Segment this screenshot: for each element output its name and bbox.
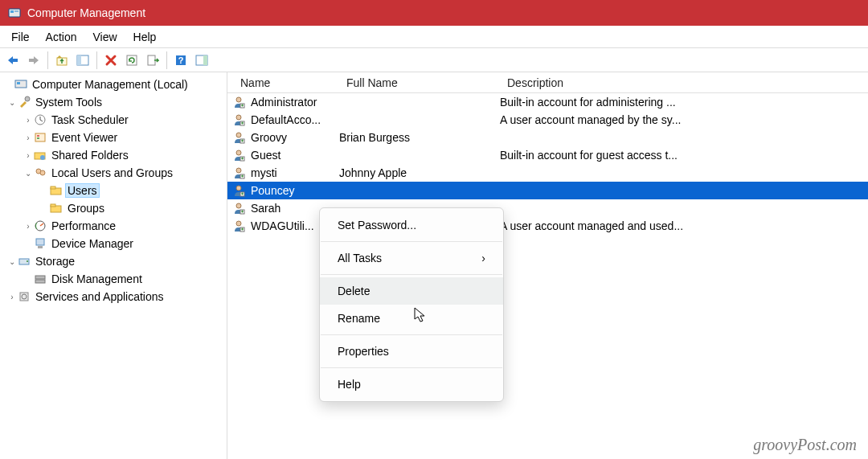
column-description[interactable]: Description: [501, 76, 868, 89]
svg-point-16: [25, 96, 30, 101]
expand-icon[interactable]: ›: [6, 293, 18, 301]
tree-device-manager[interactable]: Device Manager: [2, 235, 225, 252]
svg-rect-13: [203, 55, 207, 65]
forward-button[interactable]: [24, 51, 43, 70]
context-menu: Set Password... All Tasks › Delete Renam…: [319, 207, 504, 402]
user-row[interactable]: GuestBuilt-in account for guest access t…: [227, 146, 868, 164]
tree-label: Storage: [34, 255, 76, 268]
svg-rect-34: [35, 276, 45, 279]
ctx-help[interactable]: Help: [320, 371, 503, 398]
folder-icon: [50, 184, 63, 197]
cell-description: Built-in account for guest access t...: [497, 149, 868, 162]
tree-performance[interactable]: › Performance: [2, 217, 225, 235]
tree-local-users-groups[interactable]: ⌄ Local Users and Groups: [2, 164, 225, 182]
tree-task-scheduler[interactable]: › Task Scheduler: [2, 111, 225, 129]
tree-users[interactable]: Users: [2, 182, 225, 199]
svg-rect-18: [35, 133, 45, 141]
cell-name: Administrator: [248, 96, 336, 109]
svg-rect-4: [29, 59, 34, 62]
tree-shared-folders[interactable]: › Shared Folders: [2, 146, 225, 164]
ctx-set-password[interactable]: Set Password...: [320, 211, 503, 239]
user-row[interactable]: mystiJohnny Apple: [227, 164, 868, 182]
svg-rect-26: [51, 186, 55, 189]
cell-name: Pouncey: [248, 184, 336, 197]
tree-groups[interactable]: Groups: [2, 199, 225, 217]
show-hide-tree-button[interactable]: [73, 51, 92, 70]
collapse-icon[interactable]: ⌄: [6, 98, 18, 107]
cell-name: Guest: [248, 149, 336, 162]
user-row[interactable]: GroovyBrian Burgess: [227, 129, 868, 146]
toolbar-separator: [96, 51, 97, 69]
ctx-properties[interactable]: Properties: [320, 338, 503, 365]
tree-label: Performance: [50, 219, 117, 232]
expand-icon[interactable]: ›: [23, 133, 34, 142]
svg-rect-35: [35, 280, 45, 283]
menu-view[interactable]: View: [84, 29, 125, 45]
ctx-label: All Tasks: [338, 252, 382, 264]
tree-storage[interactable]: ⌄ Storage: [2, 252, 225, 270]
user-icon: [232, 149, 245, 162]
user-row[interactable]: Pouncey: [227, 182, 868, 199]
column-fullname[interactable]: Full Name: [340, 76, 501, 89]
svg-point-22: [40, 155, 45, 160]
svg-rect-30: [36, 239, 44, 245]
expand-icon[interactable]: ›: [23, 222, 34, 231]
tree-services-apps[interactable]: › Services and Applications: [2, 288, 225, 305]
tree-event-viewer[interactable]: › Event Viewer: [2, 129, 225, 146]
device-icon: [34, 237, 47, 250]
performance-icon: [34, 219, 47, 232]
ctx-delete[interactable]: Delete: [320, 277, 503, 305]
cell-description: A user account managed by the sy...: [497, 113, 868, 126]
expand-icon[interactable]: ›: [23, 151, 34, 160]
ctx-separator: [321, 367, 502, 368]
watermark: groovyPost.com: [753, 436, 857, 454]
cell-description: A user account managed and used...: [497, 219, 868, 232]
computer-icon: [14, 78, 27, 91]
up-level-button[interactable]: [52, 51, 72, 70]
tree-label: Task Scheduler: [50, 113, 130, 126]
tree-label: Disk Management: [50, 273, 144, 285]
back-button[interactable]: [3, 51, 23, 70]
tree-system-tools[interactable]: ⌄ System Tools: [2, 93, 225, 111]
ctx-all-tasks[interactable]: All Tasks ›: [320, 244, 503, 272]
user-icon: [232, 202, 245, 215]
export-list-button[interactable]: [143, 51, 162, 70]
app-icon: [8, 6, 21, 19]
svg-rect-2: [14, 10, 18, 12]
ctx-label: Delete: [338, 285, 370, 297]
shared-folder-icon: [34, 149, 47, 162]
user-row[interactable]: AdministratorBuilt-in account for admini…: [227, 93, 868, 111]
user-icon: [232, 184, 245, 197]
tree-root[interactable]: Computer Management (Local): [2, 76, 225, 93]
tree-pane[interactable]: Computer Management (Local) ⌄ System Too…: [0, 72, 227, 459]
tree-label: System Tools: [34, 96, 104, 109]
list-header: Name Full Name Description: [227, 72, 868, 93]
collapse-icon[interactable]: ⌄: [23, 169, 34, 178]
help-button[interactable]: ?: [171, 51, 190, 70]
tree-label: Groups: [66, 202, 106, 215]
svg-point-24: [40, 170, 45, 175]
tree-disk-management[interactable]: Disk Management: [2, 270, 225, 288]
cell-name: Groovy: [248, 131, 336, 144]
user-icon: [232, 131, 245, 144]
menu-action[interactable]: Action: [38, 29, 85, 45]
user-row[interactable]: DefaultAcco...A user account managed by …: [227, 111, 868, 129]
toolbar-separator: [47, 51, 48, 69]
collapse-icon[interactable]: ⌄: [6, 257, 18, 266]
user-icon: [232, 113, 245, 126]
tree-label: Local Users and Groups: [50, 166, 174, 179]
ctx-rename[interactable]: Rename: [320, 305, 503, 332]
refresh-button[interactable]: [122, 51, 141, 70]
svg-rect-28: [51, 204, 55, 207]
expand-icon[interactable]: ›: [23, 116, 34, 125]
menu-help[interactable]: Help: [125, 29, 165, 45]
svg-point-33: [27, 260, 28, 262]
menu-file[interactable]: File: [3, 29, 38, 45]
column-name[interactable]: Name: [227, 76, 340, 89]
ctx-label: Set Password...: [338, 219, 416, 232]
action-pane-button[interactable]: [192, 51, 211, 70]
disk-icon: [34, 273, 47, 285]
body: Computer Management (Local) ⌄ System Too…: [0, 72, 868, 459]
delete-button[interactable]: [101, 51, 121, 70]
cell-name: DefaultAcco...: [248, 113, 336, 126]
